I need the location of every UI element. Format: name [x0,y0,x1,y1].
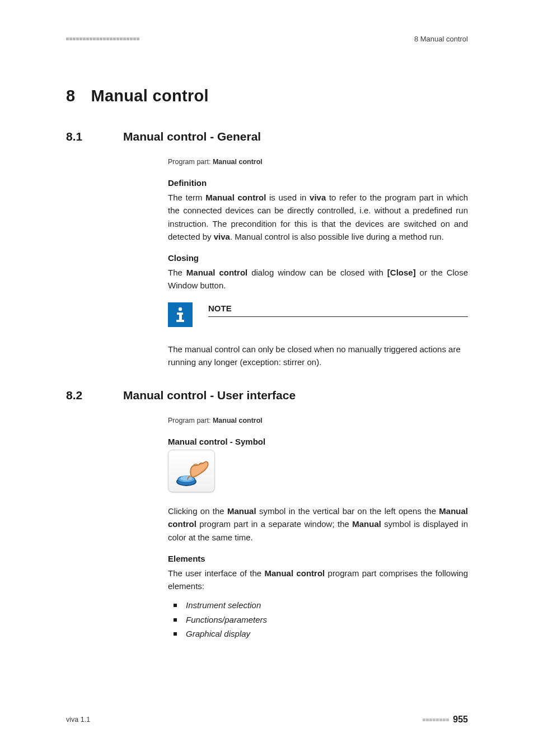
list-item: Functions/parameters [168,613,468,627]
svg-point-0 [179,307,182,310]
closing-paragraph: The Manual control dialog window can be … [168,266,468,292]
list-item: Graphical display [168,627,468,641]
closing-subhead: Closing [168,253,468,263]
elements-paragraph: The user interface of the Manual control… [168,567,468,593]
chapter-title: 8Manual control [66,87,468,105]
bullet-icon [174,632,177,636]
program-part-value: Manual control [213,417,263,424]
elements-list: Instrument selection Functions/parameter… [168,598,468,641]
section-heading-8-1: 8.1 Manual control - General [66,130,468,143]
footer-ornament [423,718,449,721]
note-title-wrap: NOTE [208,302,468,317]
list-item-label: Instrument selection [186,598,261,613]
program-part-label: Program part: [168,158,213,166]
info-icon [168,302,193,327]
svg-rect-3 [176,320,184,322]
page-footer: viva 1.1 955 [66,715,468,725]
definition-subhead: Definition [168,178,468,188]
program-part-value: Manual control [213,158,263,166]
program-part-line: Program part: Manual control [168,417,468,424]
section-8-1-body: Program part: Manual control Definition … [168,158,468,368]
header-ornament [66,38,140,40]
list-item-label: Graphical display [186,627,250,641]
symbol-paragraph: Clicking on the Manual symbol in the ver… [168,505,468,544]
page-header: 8 Manual control [66,35,468,43]
page-number: 955 [453,715,468,725]
chapter-number: 8 [66,87,75,105]
section-heading-8-2: 8.2 Manual control - User interface [66,389,468,402]
footer-right: 955 [423,715,468,725]
note-block: NOTE The manual control can only be clos… [168,302,468,369]
section-title: Manual control - General [123,130,261,143]
chapter-title-text: Manual control [91,87,208,105]
page: 8 Manual control 8Manual control 8.1 Man… [0,0,534,756]
footer-product: viva 1.1 [66,716,90,724]
section-number: 8.2 [66,389,123,402]
definition-paragraph: The term Manual control is used in viva … [168,191,468,243]
section-title: Manual control - User interface [123,389,296,402]
svg-point-6 [180,476,193,481]
program-part-line: Program part: Manual control [168,158,468,166]
section-8-2-body: Program part: Manual control Manual cont… [168,417,468,641]
manual-symbol-icon [168,450,215,492]
note-title: NOTE [208,304,468,317]
elements-subhead: Elements [168,554,468,563]
bullet-icon [174,604,177,607]
program-part-label: Program part: [168,417,213,424]
list-item: Instrument selection [168,598,468,613]
svg-rect-2 [179,312,182,321]
bullet-icon [174,618,177,622]
section-number: 8.1 [66,130,123,143]
symbol-subhead: Manual control - Symbol [168,437,468,446]
header-chapter-ref: 8 Manual control [414,35,468,43]
note-header: NOTE [168,302,468,327]
list-item-label: Functions/parameters [186,613,267,627]
note-body: The manual control can only be closed wh… [168,343,468,369]
